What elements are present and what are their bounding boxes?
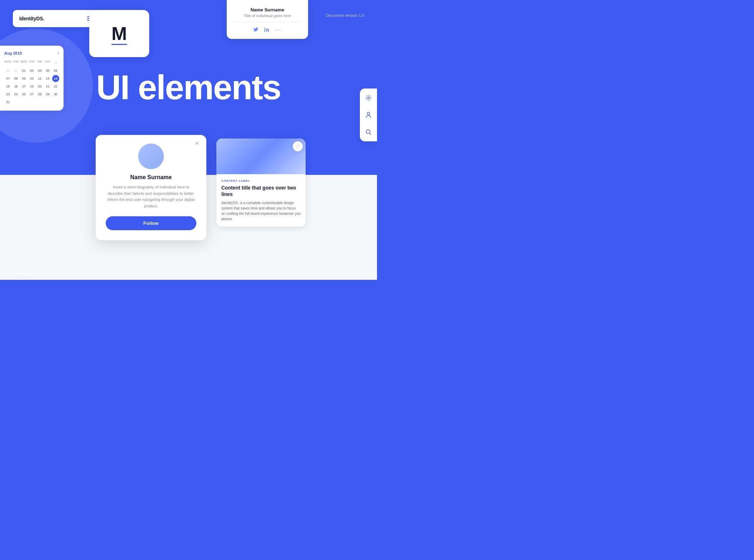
cal-cell[interactable]: 30 (52, 91, 59, 98)
cal-cell[interactable]: 22 (52, 83, 59, 90)
cal-cell[interactable]: 13 (44, 75, 51, 82)
footer-created-by-label: Created by (13, 271, 33, 276)
content-card: ♡ CONTENT LABEL Content title that goes … (216, 138, 306, 227)
more-options-icon[interactable]: ··· (275, 27, 281, 33)
cal-cell[interactable]: 10 (28, 75, 35, 82)
navbar-brand: IdentityDS. (19, 16, 44, 21)
profile-modal: × Name Surname Insert a short biography … (96, 135, 206, 240)
cal-cell[interactable]: 15 (4, 83, 11, 90)
cal-cell[interactable]: 30 (4, 67, 11, 74)
cal-header-fri: FRI (36, 59, 43, 66)
cal-cell[interactable]: 29 (44, 91, 51, 98)
footer-agency-name: Agency Name (34, 271, 59, 276)
cal-header-thu: THU (28, 59, 35, 66)
calendar-card: Aug 2019 › MON TUE WED THU FRI SAT 29 30… (0, 46, 64, 111)
content-label: CONTENT LABEL (221, 179, 301, 182)
cal-cell[interactable]: 09 (20, 75, 27, 82)
profile-top-divider (234, 22, 301, 22)
content-title: Content title that goes over two lines (221, 185, 301, 197)
svg-point-2 (366, 130, 370, 133)
modal-bio: Insert a short biography of individual h… (106, 184, 196, 209)
settings-icon[interactable] (363, 93, 373, 103)
cal-cell[interactable]: 24 (12, 91, 19, 98)
linkedin-icon[interactable] (264, 27, 269, 33)
cal-cell-today[interactable]: 14 (52, 75, 59, 82)
social-icons: ··· (234, 27, 301, 33)
svg-point-0 (368, 97, 370, 99)
twitter-icon[interactable] (253, 27, 258, 33)
cal-cell[interactable]: 07 (4, 75, 11, 82)
cal-cell[interactable]: 21 (44, 83, 51, 90)
profile-top-title: Title of individual goes here (234, 14, 301, 18)
cal-cell[interactable]: 27 (28, 91, 35, 98)
right-sidebar (360, 89, 377, 141)
content-text: IdentityDS. is a complete customisable d… (221, 200, 301, 222)
cal-cell[interactable]: 17 (20, 83, 27, 90)
footer-right: 00 Month 2019 (338, 271, 364, 276)
content-card-image: ♡ (216, 138, 306, 174)
navbar-card: IdentityDS. (13, 10, 100, 27)
svg-point-1 (367, 112, 370, 115)
cal-cell[interactable]: 12 (36, 75, 43, 82)
modal-close-icon[interactable]: × (193, 139, 201, 148)
profile-card-top: Name Surname Title of individual goes he… (227, 0, 308, 39)
cal-cell[interactable]: 29 (52, 59, 59, 66)
cal-cell[interactable]: 28 (36, 91, 43, 98)
cal-cell[interactable]: 03 (36, 67, 43, 74)
search-icon[interactable] (363, 127, 373, 137)
cal-cell[interactable]: 31 (4, 99, 11, 106)
cal-cell[interactable]: 01 (20, 67, 27, 74)
cal-header-wed: WED (20, 59, 27, 66)
modal-name: Name Surname (106, 174, 196, 181)
heart-icon[interactable]: ♡ (293, 141, 303, 151)
cal-cell[interactable]: 16 (12, 83, 19, 90)
content-card-body: CONTENT LABEL Content title that goes ov… (216, 174, 306, 227)
modal-avatar (138, 143, 164, 169)
cal-cell[interactable]: 23 (4, 91, 11, 98)
user-icon[interactable] (363, 110, 373, 120)
m-logo-card: M (89, 10, 149, 57)
follow-button[interactable]: Follow (106, 216, 196, 230)
cal-cell[interactable]: 19 (28, 83, 35, 90)
calendar-grid: MON TUE WED THU FRI SAT 29 30 31 01 02 0… (4, 59, 59, 106)
cal-header-sat: SAT (44, 59, 51, 66)
calendar-month: Aug 2019 (4, 51, 22, 55)
cal-header-mon: MON (4, 59, 11, 66)
cal-cell[interactable]: 02 (28, 67, 35, 74)
document-version: Document version 1.0 (326, 13, 364, 17)
footer-left: Created by Agency Name (13, 271, 59, 276)
cal-cell[interactable]: 08 (12, 75, 19, 82)
cal-cell[interactable]: 05 (44, 67, 51, 74)
cal-cell[interactable]: 20 (36, 83, 43, 90)
cal-cell[interactable]: 26 (20, 91, 27, 98)
profile-top-name: Name Surname (234, 7, 301, 12)
cal-header-tue: TUE (12, 59, 19, 66)
m-underline (111, 44, 127, 45)
calendar-next-icon[interactable]: › (58, 51, 59, 56)
m-letter: M (111, 24, 127, 43)
cal-cell[interactable]: 31 (12, 67, 19, 74)
cal-cell[interactable]: 06 (52, 67, 59, 74)
